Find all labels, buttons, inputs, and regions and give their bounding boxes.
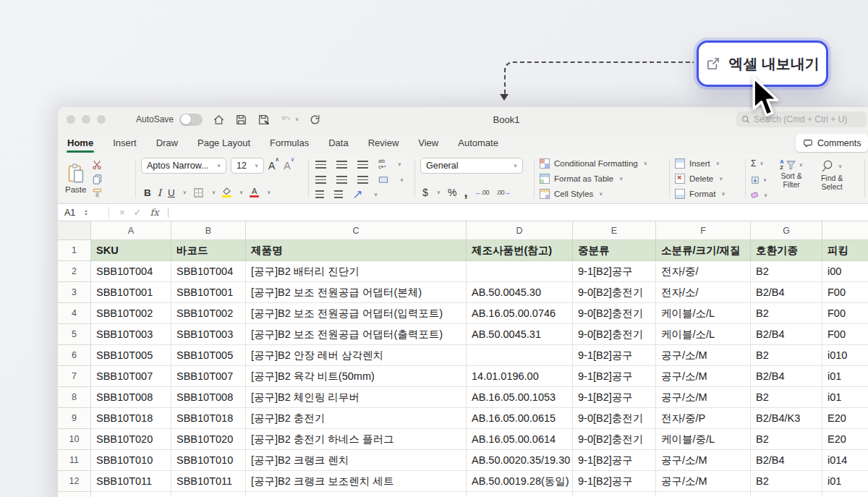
- row-number-7[interactable]: 7: [58, 366, 91, 387]
- orientation-caret-icon[interactable]: ∨: [374, 192, 378, 197]
- align-right-icon[interactable]: [357, 176, 368, 184]
- cell-r1-c1[interactable]: SKU: [91, 240, 171, 261]
- undo-caret-icon[interactable]: ∨: [295, 116, 299, 122]
- increase-decimal-icon[interactable]: ←.00: [475, 189, 489, 196]
- cell-rx-c2[interactable]: [171, 492, 246, 497]
- cell-r7-c4[interactable]: 14.01.0196.00: [467, 366, 573, 387]
- cell-r6-c3[interactable]: [공구]B2 안장 레버 삼각렌치: [246, 345, 467, 366]
- currency-caret-icon[interactable]: ∨: [437, 190, 441, 195]
- cell-r10-c8[interactable]: E20: [822, 429, 868, 450]
- cell-r7-c7[interactable]: B2/B4: [751, 366, 822, 387]
- cell-r1-c7[interactable]: 호환기종: [751, 240, 822, 261]
- cell-r8-c2[interactable]: SBB10T008: [171, 387, 246, 408]
- cell-r6-c2[interactable]: SBB10T005: [171, 345, 246, 366]
- percent-format-button[interactable]: %: [448, 187, 456, 198]
- cell-r4-c6[interactable]: 케이블/소/L: [656, 303, 751, 324]
- borders-caret-icon[interactable]: ∨: [212, 190, 216, 195]
- window-close-button[interactable]: [67, 115, 75, 124]
- delete-cells-button[interactable]: × Delete ∨: [675, 174, 740, 184]
- cell-r1-c3[interactable]: 제품명: [246, 240, 467, 261]
- cell-r10-c6[interactable]: 케이블/중/L: [656, 429, 751, 450]
- cell-r2-c4[interactable]: [467, 261, 573, 282]
- save-icon[interactable]: [235, 114, 247, 126]
- cell-r8-c6[interactable]: 공구/소/M: [656, 387, 751, 408]
- cell-r11-c8[interactable]: i014: [822, 450, 868, 471]
- cell-r12-c7[interactable]: B2: [751, 471, 822, 492]
- underline-caret-icon[interactable]: ∨: [183, 190, 187, 195]
- cell-rx-c7[interactable]: [751, 492, 822, 497]
- cell-r10-c2[interactable]: SBB10T020: [171, 429, 246, 450]
- cell-r11-c1[interactable]: SBB10T010: [91, 450, 171, 471]
- cell-r9-c4[interactable]: AB.16.05.00.0615: [467, 408, 573, 429]
- row-number-clipped[interactable]: [58, 492, 91, 497]
- home-icon[interactable]: [213, 114, 225, 126]
- row-number-4[interactable]: 4: [58, 303, 91, 324]
- cell-r7-c5[interactable]: 9-1[B2]공구: [573, 366, 656, 387]
- align-center-icon[interactable]: [336, 176, 347, 184]
- cell-r10-c1[interactable]: SBB10T020: [91, 429, 171, 450]
- cell-r6-c5[interactable]: 9-1[B2]공구: [573, 345, 656, 366]
- tab-home[interactable]: Home: [67, 137, 93, 148]
- underline-button[interactable]: U: [168, 187, 175, 198]
- cell-r9-c1[interactable]: SBB10T018: [91, 408, 171, 429]
- cell-r11-c2[interactable]: SBB10T010: [171, 450, 246, 471]
- row-number-9[interactable]: 9: [58, 408, 91, 429]
- cell-rx-c6[interactable]: [656, 492, 751, 497]
- tab-draw[interactable]: Draw: [156, 137, 178, 148]
- cell-r11-c7[interactable]: B2/B4: [751, 450, 822, 471]
- merge-caret-icon[interactable]: ∨: [400, 177, 404, 183]
- tab-data[interactable]: Data: [328, 137, 348, 148]
- cell-r3-c3[interactable]: [공구]B2 보조 전원공급 어댑터(본체): [246, 282, 467, 303]
- cell-r3-c1[interactable]: SBB10T001: [91, 282, 171, 303]
- cell-r6-c4[interactable]: [467, 345, 573, 366]
- cell-r3-c2[interactable]: SBB10T001: [171, 282, 246, 303]
- row-number-8[interactable]: 8: [58, 387, 91, 408]
- currency-format-button[interactable]: $: [422, 187, 428, 198]
- cell-r11-c3[interactable]: [공구]B2 크랭크 렌치: [246, 450, 467, 471]
- cell-r5-c4[interactable]: AB.50.0045.31: [467, 324, 573, 345]
- cell-r6-c1[interactable]: SBB10T005: [91, 345, 171, 366]
- cell-r10-c5[interactable]: 9-0[B2]충전기: [573, 429, 656, 450]
- cell-r9-c2[interactable]: SBB10T018: [171, 408, 246, 429]
- format-cells-button[interactable]: Format ∨: [675, 189, 740, 199]
- font-family-select[interactable]: Aptos Narrow...∨: [141, 158, 226, 174]
- cell-r7-c8[interactable]: i01: [822, 366, 868, 387]
- redo-icon[interactable]: [309, 114, 321, 126]
- cell-r8-c3[interactable]: [공구]B2 체인링 리무버: [246, 387, 467, 408]
- cell-r5-c6[interactable]: 케이블/소/L: [656, 324, 751, 345]
- cell-r8-c4[interactable]: AB.16.05.00.1053: [467, 387, 573, 408]
- insert-function-icon[interactable]: fx: [150, 207, 159, 218]
- cell-r4-c4[interactable]: AB.16.05.00.0746: [467, 303, 573, 324]
- italic-button[interactable]: I: [158, 187, 161, 198]
- increase-font-size-button[interactable]: A∧: [268, 160, 279, 171]
- align-bottom-icon[interactable]: [357, 161, 368, 169]
- cell-r3-c7[interactable]: B2/B4: [751, 282, 822, 303]
- cell-r8-c7[interactable]: B2: [751, 387, 822, 408]
- format-painter-icon[interactable]: [92, 187, 103, 198]
- cell-r1-c2[interactable]: 바코드: [171, 240, 246, 261]
- cell-r5-c5[interactable]: 9-0[B2]충전기: [573, 324, 656, 345]
- cut-icon[interactable]: [92, 159, 103, 170]
- cell-r10-c4[interactable]: AB.16.05.00.0614: [467, 429, 573, 450]
- cell-r9-c8[interactable]: E20: [822, 408, 868, 429]
- cell-r12-c5[interactable]: 9-1[B2]공구: [573, 471, 656, 492]
- cell-rx-c3[interactable]: [246, 492, 467, 497]
- orientation-icon[interactable]: [353, 190, 362, 199]
- row-number-1[interactable]: 1: [58, 240, 91, 261]
- cell-r4-c8[interactable]: F00: [822, 303, 868, 324]
- fill-color-caret-icon[interactable]: ∨: [239, 190, 243, 195]
- decrease-decimal-icon[interactable]: .00→: [496, 189, 511, 196]
- increase-indent-icon[interactable]: [334, 190, 343, 198]
- cell-r11-c5[interactable]: 9-1[B2]공구: [573, 450, 656, 471]
- cell-r8-c5[interactable]: 9-1[B2]공구: [573, 387, 656, 408]
- cell-r6-c6[interactable]: 공구/소/M: [656, 345, 751, 366]
- row-number-6[interactable]: 6: [58, 345, 91, 366]
- name-box[interactable]: A1 ▲▼: [58, 204, 103, 221]
- row-number-5[interactable]: 5: [58, 324, 91, 345]
- row-number-10[interactable]: 10: [58, 429, 91, 450]
- cell-r3-c6[interactable]: 전자/소/: [656, 282, 751, 303]
- cell-r1-c4[interactable]: 제조사품번(참고): [467, 240, 573, 261]
- merge-center-icon[interactable]: [378, 176, 388, 184]
- cell-r12-c8[interactable]: i01: [822, 471, 868, 492]
- row-number-3[interactable]: 3: [58, 282, 91, 303]
